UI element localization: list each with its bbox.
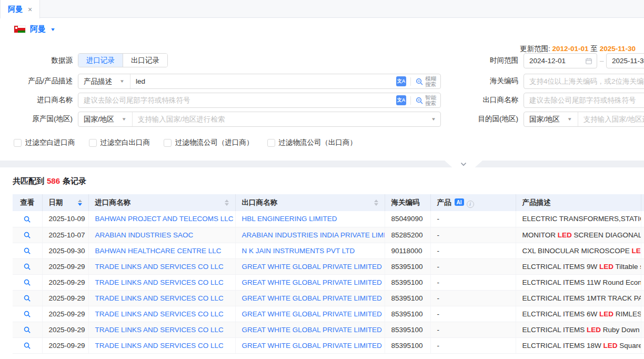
product-type-select[interactable]: 产品描述▼ xyxy=(78,74,130,88)
info-icon[interactable]: i xyxy=(467,201,474,208)
product-label: 产品/产品描述 xyxy=(0,74,73,88)
sort-exporter[interactable] xyxy=(374,200,378,206)
exporter-link[interactable]: N K JAIN INSTRUMENTS PVT LTD xyxy=(242,247,355,255)
checkbox[interactable] xyxy=(164,139,172,147)
table-row: 2025-10-07ARABIAN INDUSTRIES SAOCARABIAN… xyxy=(13,227,644,243)
importer-cell: TRADE LINKS AND SERVICES CO LLC xyxy=(88,322,235,337)
view-record-icon[interactable] xyxy=(13,306,42,322)
filter-logistics-exporter[interactable]: 过滤物流公司（出口商） xyxy=(267,138,357,147)
importer-name-input[interactable] xyxy=(78,93,396,107)
importer-cell: TRADE LINKS AND SERVICES CO LLC xyxy=(88,258,235,274)
tab-bar: 阿曼 × xyxy=(0,0,644,18)
hs-code-cell: 85395100 xyxy=(385,258,430,274)
importer-input-group: 文A 智能搜索 xyxy=(78,93,441,108)
exporter-link[interactable]: GREAT WHITE GLOBAL PRIVATE LIMITED xyxy=(242,263,382,271)
exporter-link[interactable]: GREAT WHITE GLOBAL PRIVATE LIMITED xyxy=(242,310,382,318)
view-record-icon[interactable] xyxy=(13,322,42,337)
description-cell: ELCTRICAL ITEMS 1MTR TRACK PATT... xyxy=(516,290,641,306)
sliver-cell xyxy=(641,290,644,306)
exporter-link[interactable]: GREAT WHITE GLOBAL PRIVATE LIMITED xyxy=(242,342,382,350)
destination-country-input[interactable] xyxy=(578,112,644,126)
date-cell: 2025-09-29 xyxy=(42,322,88,337)
date-cell: 2025-09-29 xyxy=(42,258,88,274)
translate-icon[interactable]: 文A xyxy=(396,76,406,86)
product-search-input[interactable] xyxy=(130,74,396,88)
description-cell: MONITOR LED SCREEN DIAGONAL S... xyxy=(516,227,641,243)
view-record-icon[interactable] xyxy=(13,258,42,274)
product-cell: - xyxy=(430,306,516,322)
close-icon[interactable]: × xyxy=(28,5,32,14)
exporter-cell: GREAT WHITE GLOBAL PRIVATE LIMITED xyxy=(235,290,385,306)
hs-code-cell: 85395100 xyxy=(385,290,430,306)
exporter-group xyxy=(524,93,644,108)
importer-link[interactable]: BAHWAN HEALTHCARE CENTRE LLC xyxy=(95,247,222,255)
exporter-name-input[interactable] xyxy=(524,93,644,107)
product-input-group: 产品描述▼ 文A 模糊搜索 xyxy=(78,74,441,89)
filter-blank-importer[interactable]: 过滤空白进口商 xyxy=(14,138,75,147)
sort-date[interactable] xyxy=(78,200,82,206)
view-record-icon[interactable] xyxy=(13,274,42,290)
time-range-label: 时间范围 xyxy=(445,53,518,68)
exporter-cell: GREAT WHITE GLOBAL PRIVATE LIMITED xyxy=(235,306,385,322)
view-record-icon[interactable] xyxy=(13,290,42,306)
importer-cell: TRADE LINKS AND SERVICES CO LLC xyxy=(88,306,235,322)
hs-code-cell: 85395100 xyxy=(385,337,430,353)
importer-cell: ARABIAN INDUSTRIES SAOC xyxy=(88,227,235,243)
view-record-icon[interactable] xyxy=(13,211,42,227)
date-cell: 2025-10-07 xyxy=(42,227,88,243)
exporter-link[interactable]: GREAT WHITE GLOBAL PRIVATE LIMITED xyxy=(242,278,382,286)
tab-export-records[interactable]: 出口记录 xyxy=(123,54,167,67)
tab-oman[interactable]: 阿曼 × xyxy=(0,0,40,18)
datasource-label: 数据源 xyxy=(0,53,73,68)
update-range: 更新范围: 2012-01-01 至 2025-11-30 xyxy=(520,44,636,54)
description-cell: ELCTRICAL ITEMS 18W LED Square E... xyxy=(516,337,641,353)
importer-link[interactable]: ARABIAN INDUSTRIES SAOC xyxy=(95,231,194,239)
smart-search-button[interactable]: 智能搜索 xyxy=(415,95,436,106)
exporter-link[interactable]: HBL ENGINEERING LIMITED xyxy=(242,215,337,223)
importer-link[interactable]: TRADE LINKS AND SERVICES CO LLC xyxy=(95,342,224,350)
importer-link[interactable]: TRADE LINKS AND SERVICES CO LLC xyxy=(95,263,224,271)
date-cell: 2025-09-29 xyxy=(42,337,88,353)
view-record-icon[interactable] xyxy=(13,337,42,353)
importer-cell: BAHWAN HEALTHCARE CENTRE LLC xyxy=(88,243,235,258)
fuzzy-search-button[interactable]: 模糊搜索 xyxy=(415,76,436,87)
view-record-icon[interactable] xyxy=(13,227,42,243)
filter-blank-exporter[interactable]: 过滤空白出口商 xyxy=(89,138,150,147)
description-cell: ELCTRICAL ITEMS 11W Round Econo... xyxy=(516,274,641,290)
table-row: 2025-09-29TRADE LINKS AND SERVICES CO LL… xyxy=(13,322,644,337)
exporter-cell: HBL ENGINEERING LIMITED xyxy=(235,211,385,227)
table-row: 2025-09-29TRADE LINKS AND SERVICES CO LL… xyxy=(13,290,644,306)
end-date-input[interactable]: 2025-11-30 xyxy=(606,53,644,68)
tab-title: 阿曼 xyxy=(8,5,23,14)
translate-icon[interactable]: 文A xyxy=(396,95,406,105)
sliver-cell xyxy=(641,227,644,243)
filter-logistics-importer[interactable]: 过滤物流公司（进口商） xyxy=(164,138,254,147)
start-date-input[interactable]: 2024-12-01 xyxy=(524,53,597,68)
destination-country-select[interactable]: 国家/地区▼ xyxy=(524,112,578,126)
importer-link[interactable]: TRADE LINKS AND SERVICES CO LLC xyxy=(95,326,224,334)
importer-link[interactable]: BAHWAN PROJECT AND TELECOMS LLC xyxy=(95,215,234,223)
importer-link[interactable]: TRADE LINKS AND SERVICES CO LLC xyxy=(95,310,224,318)
checkbox[interactable] xyxy=(89,139,97,147)
tab-import-records[interactable]: 进口记录 xyxy=(78,54,123,67)
view-record-icon[interactable] xyxy=(13,243,42,258)
importer-link[interactable]: TRADE LINKS AND SERVICES CO LLC xyxy=(95,278,224,286)
checkbox[interactable] xyxy=(14,139,22,147)
country-selector[interactable]: 阿曼 ▼ xyxy=(14,24,56,34)
exporter-link[interactable]: ARABIAN INDUSTRIES INDIA PRIVATE LIMIT..… xyxy=(242,231,385,239)
importer-link[interactable]: TRADE LINKS AND SERVICES CO LLC xyxy=(95,294,224,302)
checkbox[interactable] xyxy=(267,139,275,147)
exporter-cell: ARABIAN INDUSTRIES INDIA PRIVATE LIMIT..… xyxy=(235,227,385,243)
origin-country-input[interactable] xyxy=(133,112,431,126)
sort-importer[interactable] xyxy=(225,200,229,206)
origin-country-select[interactable]: 国家/地区▼ xyxy=(78,112,133,126)
sliver-cell xyxy=(641,243,644,258)
exporter-link[interactable]: GREAT WHITE GLOBAL PRIVATE LIMITED xyxy=(242,326,382,334)
hs-code-input[interactable] xyxy=(524,74,644,88)
hs-code-cell: 85395100 xyxy=(385,306,430,322)
date-cell: 2025-09-29 xyxy=(42,290,88,306)
table-row: 2025-10-09BAHWAN PROJECT AND TELECOMS LL… xyxy=(13,211,644,227)
exporter-link[interactable]: GREAT WHITE GLOBAL PRIVATE LIMITED xyxy=(242,294,382,302)
date-cell: 2025-09-29 xyxy=(42,306,88,322)
description-cell: CXL BINOCULAR MICROSCOPE LED (... xyxy=(516,243,641,258)
